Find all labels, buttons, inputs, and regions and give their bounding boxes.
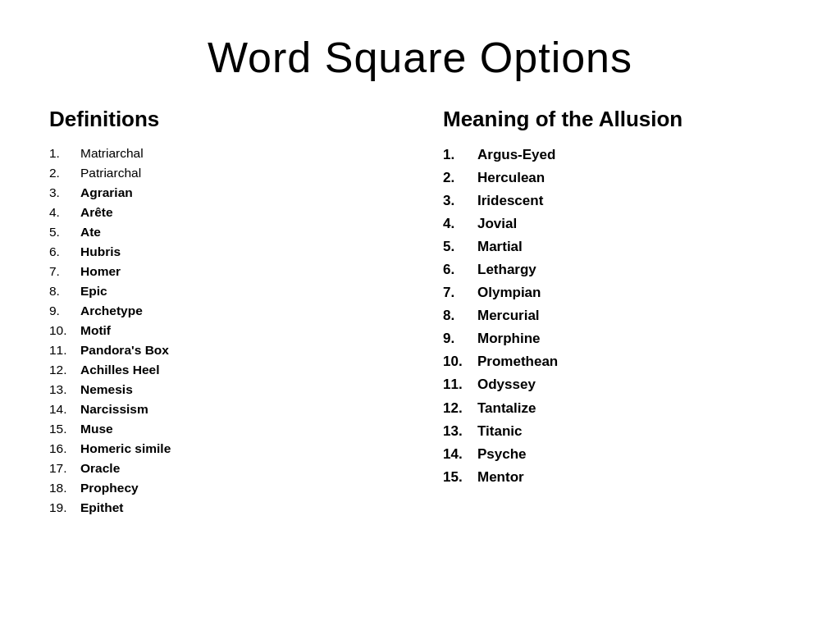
definition-word: Oracle (80, 459, 120, 478)
definition-item: 9.Archetype (49, 301, 410, 321)
definition-item: 5.Ate (49, 222, 410, 242)
allusion-number: 1. (443, 144, 477, 167)
definition-word: Muse (80, 419, 113, 439)
definition-item: 15.Muse (49, 419, 410, 439)
definition-word: Pandora's Box (80, 340, 169, 360)
allusion-item: 13.Titanic (443, 420, 807, 443)
definition-word: Nemesis (80, 380, 133, 399)
allusion-item: 12.Tantalize (443, 397, 807, 420)
definition-number: 7. (49, 262, 80, 281)
allusion-item: 2.Herculean (443, 167, 807, 189)
allusion-word: Jovial (477, 212, 517, 235)
allusion-number: 2. (443, 167, 477, 189)
definition-word: Hubris (80, 242, 121, 262)
allusion-word: Morphine (477, 327, 541, 350)
allusion-item: 4.Jovial (443, 212, 807, 235)
definition-number: 11. (49, 340, 80, 360)
allusion-word: Titanic (477, 420, 522, 443)
definition-number: 1. (49, 144, 80, 163)
allusion-word: Iridescent (477, 189, 543, 212)
definition-number: 14. (49, 399, 80, 419)
allusion-number: 12. (443, 397, 477, 420)
definition-number: 9. (49, 301, 80, 321)
page-title: Word Square Options (0, 0, 840, 107)
definition-number: 17. (49, 459, 80, 478)
definition-word: Ate (80, 222, 101, 242)
definition-item: 3.Agrarian (49, 183, 410, 203)
definition-word: Prophecy (80, 478, 139, 498)
definition-word: Achilles Heel (80, 360, 160, 380)
allusion-number: 3. (443, 189, 477, 212)
allusion-item: 7.Olympian (443, 281, 807, 304)
definition-number: 2. (49, 163, 80, 183)
allusion-item: 1.Argus-Eyed (443, 144, 807, 167)
definition-word: Matriarchal (80, 144, 144, 163)
content-area: Definitions 1.Matriarchal2.Patriarchal3.… (0, 107, 840, 518)
definition-word: Motif (80, 321, 111, 340)
allusion-word: Tantalize (477, 397, 536, 420)
allusion-number: 6. (443, 258, 477, 281)
definition-item: 12.Achilles Heel (49, 360, 410, 380)
allusion-word: Promethean (477, 350, 558, 373)
allusions-list: 1.Argus-Eyed2.Herculean3.Iridescent4.Jov… (443, 144, 807, 489)
allusion-number: 7. (443, 281, 477, 304)
definition-number: 4. (49, 203, 80, 222)
allusions-column: Meaning of the Allusion 1.Argus-Eyed2.He… (410, 107, 807, 518)
definitions-heading: Definitions (49, 107, 410, 132)
definition-word: Epic (80, 281, 107, 301)
definition-word: Homer (80, 262, 121, 281)
definition-item: 19.Epithet (49, 498, 410, 518)
allusions-heading: Meaning of the Allusion (443, 107, 807, 132)
definition-word: Arête (80, 203, 113, 222)
definition-number: 12. (49, 360, 80, 380)
allusion-word: Odyssey (477, 373, 536, 396)
allusion-number: 15. (443, 466, 477, 489)
definition-item: 8. Epic (49, 281, 410, 301)
allusion-number: 9. (443, 327, 477, 350)
definition-number: 6. (49, 242, 80, 262)
definition-item: 2.Patriarchal (49, 163, 410, 183)
allusion-number: 13. (443, 420, 477, 443)
allusion-item: 10.Promethean (443, 350, 807, 373)
allusion-word: Argus-Eyed (477, 144, 555, 167)
definition-number: 10. (49, 321, 80, 340)
allusion-item: 15.Mentor (443, 466, 807, 489)
definition-word: Narcissism (80, 399, 148, 419)
allusion-number: 4. (443, 212, 477, 235)
definition-item: 14.Narcissism (49, 399, 410, 419)
definition-item: 7.Homer (49, 262, 410, 281)
definition-number: 8. (49, 281, 80, 301)
allusion-word: Mentor (477, 466, 524, 489)
definition-item: 11.Pandora's Box (49, 340, 410, 360)
definition-number: 19. (49, 498, 80, 518)
definition-number: 13. (49, 380, 80, 399)
allusion-word: Lethargy (477, 258, 536, 281)
allusion-number: 10. (443, 350, 477, 373)
allusion-word: Olympian (477, 281, 541, 304)
allusion-number: 14. (443, 443, 477, 466)
definition-word: Homeric simile (80, 439, 171, 459)
definition-word: Archetype (80, 301, 143, 321)
allusion-word: Mercurial (477, 304, 540, 327)
definition-item: 17.Oracle (49, 459, 410, 478)
definition-item: 16.Homeric simile (49, 439, 410, 459)
allusion-item: 6.Lethargy (443, 258, 807, 281)
definitions-column: Definitions 1.Matriarchal2.Patriarchal3.… (33, 107, 410, 518)
allusion-item: 5.Martial (443, 235, 807, 258)
definition-item: 4.Arête (49, 203, 410, 222)
definition-item: 18.Prophecy (49, 478, 410, 498)
definition-number: 3. (49, 183, 80, 203)
definition-number: 5. (49, 222, 80, 242)
definition-number: 16. (49, 439, 80, 459)
definition-word: Patriarchal (80, 163, 141, 183)
definition-word: Agrarian (80, 183, 133, 203)
allusion-item: 9.Morphine (443, 327, 807, 350)
definition-item: 1.Matriarchal (49, 144, 410, 163)
definition-word: Epithet (80, 498, 124, 518)
allusion-number: 5. (443, 235, 477, 258)
definition-item: 6.Hubris (49, 242, 410, 262)
allusion-item: 11.Odyssey (443, 373, 807, 396)
allusion-item: 8.Mercurial (443, 304, 807, 327)
definition-item: 10.Motif (49, 321, 410, 340)
allusion-word: Martial (477, 235, 523, 258)
